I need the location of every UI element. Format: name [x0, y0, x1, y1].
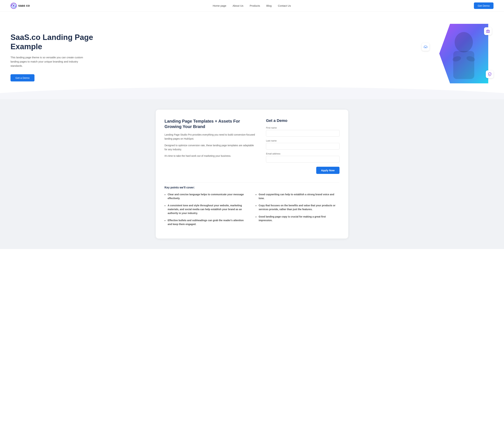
nav-blog[interactable]: Blog	[266, 4, 272, 7]
svg-rect-4	[453, 51, 474, 79]
hero-right	[420, 26, 494, 89]
navbar: saas co Home page About Us Products Blog…	[0, 0, 504, 11]
key-points-left: Clear and concise language helps to comm…	[165, 193, 249, 230]
firstname-group: First name	[266, 126, 339, 137]
logo-icon	[10, 3, 17, 9]
card-para-3: It's time to take the hard work out of m…	[165, 154, 255, 158]
lastname-group: Last name	[266, 139, 339, 150]
cloud-svg	[424, 45, 428, 48]
nav-contact[interactable]: Contact Us	[278, 4, 291, 7]
float-camera-icon	[484, 27, 492, 35]
card-right: Get a Demo First name Last name Email ad…	[266, 118, 339, 174]
hero-description: This landing page theme is so versatile …	[10, 55, 84, 68]
nav-about[interactable]: About Us	[232, 4, 243, 7]
main-card: Landing Page Templates + Assets For Grow…	[156, 110, 348, 239]
float-cloud-icon	[422, 43, 430, 51]
card-para-2: Designed to optimize conversion rate, th…	[165, 143, 255, 152]
apply-now-button[interactable]: Apply Now	[316, 167, 340, 174]
logo[interactable]: saas co	[10, 3, 30, 9]
svg-rect-7	[486, 30, 490, 33]
shield-svg	[488, 72, 491, 76]
lastname-label: Last name	[266, 139, 339, 142]
camera-svg	[486, 29, 490, 33]
email-group: Email address	[266, 152, 339, 163]
logo-text: saas co	[18, 4, 30, 8]
firstname-input[interactable]	[266, 130, 339, 137]
key-points-section: Key points we'll cover: Clear and concis…	[165, 182, 339, 230]
list-item: Good copywriting can help to establish a…	[255, 193, 339, 200]
list-item: A consistent tone and style throughout y…	[165, 204, 249, 215]
key-points-right: Good copywriting can help to establish a…	[255, 193, 339, 230]
firstname-label: First name	[266, 126, 339, 129]
lastname-input[interactable]	[266, 143, 339, 150]
card-para-1: Landing Page Studio Pro provides everyth…	[165, 133, 255, 141]
card-section-title: Landing Page Templates + Assets For Grow…	[165, 118, 255, 129]
hero-wave	[0, 87, 504, 99]
list-item: Copy that focuses on the benefits and va…	[255, 204, 339, 211]
person-svg	[439, 24, 488, 83]
nav-products[interactable]: Products	[250, 4, 260, 7]
svg-point-2	[13, 5, 14, 7]
list-item: Effective bullets and subheadings can gr…	[165, 219, 249, 226]
hero-title: SaaS.co Landing Page Example	[10, 33, 102, 51]
email-input[interactable]	[266, 156, 339, 163]
email-label: Email address	[266, 152, 339, 155]
form-title: Get a Demo	[266, 118, 339, 123]
hero-get-demo-button[interactable]: Get a Demo	[10, 74, 34, 81]
card-left: Landing Page Templates + Assets For Grow…	[165, 118, 255, 174]
float-shield-icon	[486, 70, 494, 78]
nav-home[interactable]: Home page	[213, 4, 226, 7]
svg-point-3	[455, 32, 473, 52]
list-item: Clear and concise language helps to comm…	[165, 193, 249, 200]
hero-left: SaaS.co Landing Page Example This landin…	[10, 33, 102, 82]
main-section: Landing Page Templates + Assets For Grow…	[0, 99, 504, 249]
key-points-title: Key points we'll cover:	[165, 186, 339, 189]
card-top: Landing Page Templates + Assets For Grow…	[165, 118, 339, 174]
svg-point-8	[487, 31, 488, 32]
hero-section: SaaS.co Landing Page Example This landin…	[0, 11, 504, 99]
key-points-grid: Clear and concise language helps to comm…	[165, 193, 339, 230]
hero-illustration	[439, 24, 488, 83]
nav-links: Home page About Us Products Blog Contact…	[213, 4, 291, 7]
nav-get-demo-button[interactable]: Get Demo	[474, 2, 494, 9]
list-item: Good landing page copy is crucial for ma…	[255, 215, 339, 222]
